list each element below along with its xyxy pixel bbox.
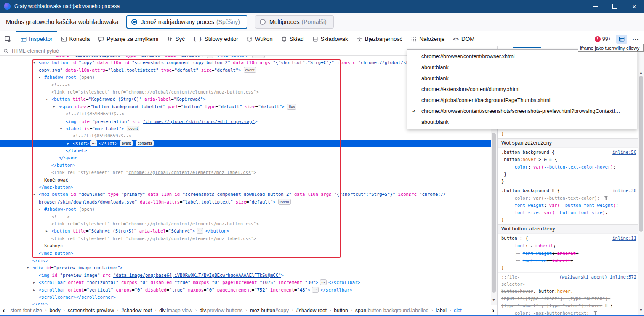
rule-line[interactable]: font-weight: var(--button-font-weight);: [498, 202, 644, 209]
markup-line[interactable]: browser/skin/downloads/downloads.svg" da…: [0, 198, 497, 206]
markup-line[interactable]: <link rel="stylesheet" href="chrome://gl…: [0, 220, 497, 228]
stylesheet-link[interactable]: inline:50: [612, 149, 636, 156]
scrollbar-thumb[interactable]: [639, 76, 643, 232]
search-input[interactable]: [11, 48, 349, 54]
mode-option-multiprocess[interactable]: Multiproces(Pomałši): [255, 15, 334, 29]
tab-debugger[interactable]: Pytanje za zmylkami: [94, 31, 162, 47]
iframe-menu-item[interactable]: about:blank: [407, 62, 637, 73]
markup-line[interactable]: </div>: [0, 257, 497, 264]
tab-console[interactable]: Konsola: [57, 31, 94, 47]
css-rule[interactable]: button ⠿ {inline:11 font: ▸ inherit; ├─ …: [498, 233, 644, 272]
expand-arrow-icon[interactable]: ▾: [39, 74, 44, 81]
css-rule[interactable]: .button-background ⠿ {inline:30 color: v…: [498, 186, 644, 224]
rule-line[interactable]: .button-background {inline:50: [498, 149, 644, 156]
markup-line[interactable]: ▸<button title="Sćahnyć (Strg+S)" aria-l…: [0, 228, 497, 235]
markup-line[interactable]: <!---->: [0, 213, 497, 220]
breadcrumb-item[interactable]: span.button-background.labelled: [352, 308, 431, 313]
iframe-menu-item[interactable]: chrome://extensions/content/dummy.xhtml: [407, 84, 637, 95]
rule-line[interactable]: ::file-(wužiwarski agent) inline:572: [498, 273, 644, 281]
tab-performance[interactable]: Wukon: [242, 31, 277, 47]
css-rule[interactable]: }: [498, 129, 644, 138]
scroll-down-icon[interactable]: ▼: [638, 307, 644, 314]
expand-arrow-icon[interactable]: ▸: [67, 140, 73, 147]
breadcrumb-item[interactable]: button: [331, 308, 351, 313]
expand-arrow-icon[interactable]: ▸: [33, 279, 39, 286]
rule-line[interactable]: }: [498, 216, 644, 223]
meatball-menu-button[interactable]: ⋯: [632, 35, 639, 43]
rule-line[interactable]: }: [498, 130, 644, 137]
breadcrumb-item[interactable]: stem-font-size: [8, 308, 45, 313]
markup-line[interactable]: ▾#shadow-root (open): [0, 206, 497, 213]
expand-arrow-icon[interactable]: ▸: [46, 228, 51, 235]
markup-line[interactable]: </moz-button>: [0, 184, 497, 191]
markup-line[interactable]: ▸<scrollbar orient="vertical" curpos="0"…: [0, 287, 497, 294]
tab-inspector[interactable]: Inspektor: [16, 31, 57, 47]
breadcrumb-item[interactable]: div.image-view: [156, 308, 195, 313]
rule-line[interactable]: input:is([type="reset"], [type="button"]…: [498, 295, 644, 302]
tab-storage[interactable]: Składowak: [308, 31, 352, 47]
tab-network[interactable]: Syć: [162, 31, 189, 47]
rule-line[interactable]: selector-: [498, 281, 644, 288]
iframe-picker-button[interactable]: [616, 35, 627, 44]
breadcrumb-item[interactable]: #shadow-root: [118, 308, 155, 313]
scrollbar-thumb[interactable]: [492, 133, 496, 293]
tab-dom[interactable]: <>DOM: [449, 31, 479, 47]
breadcrumb-item[interactable]: label: [433, 308, 450, 313]
stylesheet-link[interactable]: inline:11: [612, 235, 636, 242]
css-rule[interactable]: ::file-(wužiwarski agent) inline:572sele…: [498, 272, 644, 315]
markup-line[interactable]: </moz-button>: [0, 250, 497, 257]
scroll-down-icon[interactable]: ▼: [491, 297, 497, 304]
markup-line[interactable]: </button>: [0, 162, 497, 169]
breadcrumb-scroll-left-button[interactable]: ‹: [0, 307, 8, 314]
markup-line[interactable]: ▾<moz-button id="download" type="primary…: [0, 191, 497, 198]
rule-line[interactable]: button ⠿ {inline:11: [498, 235, 644, 242]
markup-line[interactable]: <!--?lit$859306597$-->: [0, 132, 497, 139]
tab-styleeditor[interactable]: { }Stilowy editor: [189, 31, 242, 47]
maximize-button[interactable]: [605, 0, 625, 13]
rule-line[interactable]: color: -moz-buttonhovertext;: [498, 310, 644, 315]
markup-line[interactable]: <scrollcorner></scrollcorner>: [0, 294, 497, 301]
rule-line[interactable]: └─ font-size: inherit;: [498, 257, 644, 264]
rules-scrollbar[interactable]: ▲ ▼: [638, 46, 644, 315]
rule-line[interactable]: }: [498, 264, 644, 271]
iframe-menu-item-checked[interactable]: ✓chrome://browser/content/screenshots/sc…: [407, 106, 637, 117]
breadcrumb-item[interactable]: #shadow-root: [293, 308, 330, 313]
markup-line[interactable]: ▾<div id="preview-image-container">: [0, 264, 497, 271]
rule-line[interactable]: font: ▸ inherit;: [498, 242, 644, 250]
markup-line[interactable]: Kopěrować: [0, 177, 497, 184]
stylesheet-link[interactable]: inline:30: [612, 187, 636, 194]
tab-accessibility[interactable]: Bjezbarjernosć: [352, 31, 407, 47]
expand-arrow-icon[interactable]: ▾: [53, 103, 59, 110]
breadcrumb-item[interactable]: moz-button#copy: [247, 308, 292, 313]
mode-option-parent-process[interactable]: Jenož nadrjadowany proces(Spěšny): [126, 15, 247, 29]
rule-line[interactable]: }: [498, 171, 644, 178]
rule-line[interactable]: color: var(--button-text-color-hover);: [498, 163, 644, 171]
expand-arrow-icon[interactable]: ▾: [39, 206, 44, 213]
rule-line[interactable]: }: [498, 178, 644, 185]
breadcrumb-scroll-right-button[interactable]: ›: [490, 307, 497, 314]
rule-line[interactable]: .button-background ⠿ {inline:30: [498, 187, 644, 195]
markup-line[interactable]: </span>: [0, 154, 497, 161]
markup-line[interactable]: ▸<scrollbar orient="horizontal" curpos="…: [0, 279, 497, 286]
breadcrumb-item[interactable]: body: [46, 308, 63, 313]
markup-line[interactable]: <img id="preview-image" src="data:image/…: [0, 272, 497, 279]
breadcrumb-item[interactable]: screenshots-preview: [65, 308, 117, 313]
markup-line-selected[interactable]: ▸<slot>⋯</slot>eventcontents: [0, 140, 491, 147]
breadcrumb-item[interactable]: div.preview-buttons: [197, 308, 246, 313]
iframe-menu-item[interactable]: chrome://browser/content/browser.xhtml: [407, 51, 637, 62]
stylesheet-link[interactable]: (wužiwarski agent) inline:572: [559, 273, 636, 281]
markup-line[interactable]: <link rel="stylesheet" href="chrome://gl…: [0, 169, 497, 176]
rule-line[interactable]: [type="submit"], [type="color"]):hover ⠿…: [498, 302, 644, 310]
error-count-button[interactable]: ! 99+: [595, 36, 611, 42]
expand-arrow-icon[interactable]: ▾: [60, 125, 66, 132]
tab-memory[interactable]: Skład: [277, 31, 308, 47]
breadcrumb-item[interactable]: slot: [451, 308, 465, 313]
expand-arrow-icon[interactable]: ▸: [33, 287, 39, 294]
rule-line[interactable]: button:hover, button:hover,: [498, 288, 644, 295]
pick-element-button[interactable]: [0, 31, 16, 47]
css-rule[interactable]: .button-background {inline:50 button:hov…: [498, 147, 644, 186]
tab-application[interactable]: Nałoženje: [407, 31, 449, 47]
rule-line[interactable]: font-size: var(--button-font-size);: [498, 209, 644, 216]
iframe-menu-item[interactable]: about:blank: [407, 117, 637, 128]
markup-line[interactable]: </div>: [0, 301, 497, 305]
